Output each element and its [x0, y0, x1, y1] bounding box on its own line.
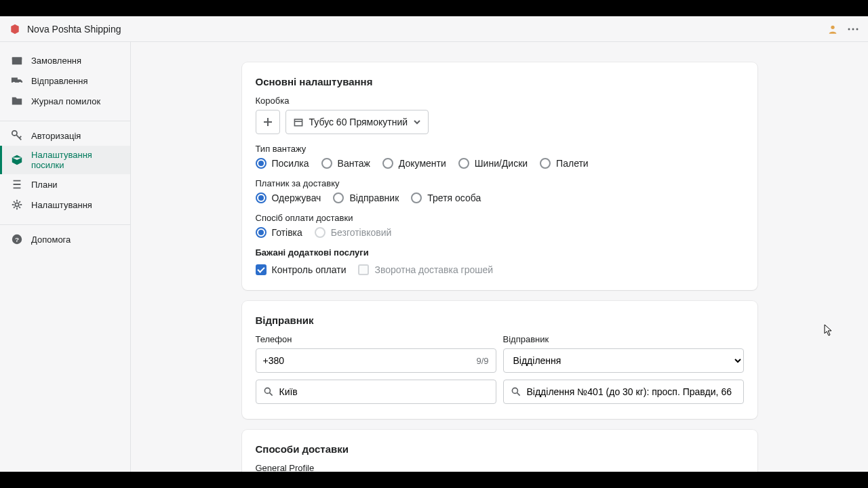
radio-recipient[interactable]: Одержувач — [256, 192, 321, 203]
sidebar-item-plans[interactable]: Плани — [0, 174, 130, 195]
folder-icon — [11, 95, 23, 107]
profile-name: General Profile — [256, 463, 744, 472]
sidebar-item-label: Налаштування — [31, 200, 92, 210]
box-value: Тубус 60 Прямокутний — [309, 117, 408, 127]
sidebar-item-label: Відправлення — [31, 76, 87, 86]
radio-label: Шини/Диски — [475, 158, 528, 169]
radio-tires[interactable]: Шини/Диски — [458, 158, 528, 169]
sidebar-item-shipments[interactable]: Відправлення — [0, 70, 130, 91]
phone-input[interactable] — [263, 355, 477, 366]
branch-input[interactable] — [527, 386, 736, 397]
app-header: Nova Poshta Shipping — [0, 16, 868, 42]
cargo-type-radios: Посилка Вантаж Документи Шини/Диски Пале… — [256, 158, 744, 169]
chevron-down-icon — [413, 118, 421, 126]
orders-icon — [11, 54, 23, 66]
payment-method-label: Спосіб оплати доставки — [256, 213, 744, 223]
basic-settings-card: Основні налаштування Коробка Тубус 60 Пр… — [242, 62, 757, 290]
sidebar-item-label: Допомога — [31, 235, 71, 245]
sidebar-item-help[interactable]: ? Допомога — [0, 229, 130, 249]
svg-point-8 — [12, 131, 17, 136]
delivery-methods-card: Способи доставки General Profile Доставк… — [242, 430, 757, 472]
extras-checkboxes: Контроль оплати Зворотна доставка грошей — [256, 264, 744, 275]
branch-search[interactable] — [503, 380, 744, 404]
svg-point-1 — [848, 28, 850, 30]
sidebar-item-label: Замовлення — [31, 56, 81, 66]
search-icon — [263, 386, 274, 397]
sidebar-divider — [0, 121, 130, 121]
sender-type-label: Відправник — [503, 334, 744, 344]
radio-cash[interactable]: Готівка — [256, 227, 302, 238]
package-icon — [293, 117, 304, 127]
svg-rect-5 — [12, 58, 22, 60]
svg-point-13 — [264, 388, 270, 393]
payer-label: Платник за доставку — [256, 178, 744, 188]
city-input[interactable] — [279, 386, 489, 397]
checkbox-label: Зворотна доставка грошей — [374, 264, 493, 275]
svg-point-2 — [852, 28, 854, 30]
card-title: Відправник — [256, 314, 744, 326]
help-icon: ? — [11, 233, 23, 245]
payer-radios: Одержувач Відправник Третя особа — [256, 192, 744, 203]
radio-label: Третя особа — [427, 192, 481, 203]
radio-label: Вантаж — [338, 158, 370, 169]
svg-text:?: ? — [15, 236, 19, 243]
os-top-bar — [0, 0, 868, 16]
radio-sender[interactable]: Відправник — [333, 192, 399, 203]
sidebar: Замовлення Відправлення Журнал помилок А… — [0, 42, 131, 472]
box-label: Коробка — [256, 96, 744, 106]
sidebar-item-error-log[interactable]: Журнал помилок — [0, 91, 130, 111]
sidebar-item-label: Налаштування посилки — [31, 150, 119, 170]
radio-documents[interactable]: Документи — [382, 158, 446, 169]
sidebar-item-label: Авторизація — [31, 131, 81, 141]
radio-cargo[interactable]: Вантаж — [321, 158, 370, 169]
sidebar-item-settings[interactable]: Налаштування — [0, 195, 130, 215]
radio-parcel[interactable]: Посилка — [256, 158, 309, 169]
user-icon[interactable] — [827, 24, 838, 35]
sidebar-item-parcel-settings[interactable]: Налаштування посилки — [0, 146, 130, 174]
svg-point-6 — [13, 82, 16, 85]
checkbox-payment-control[interactable]: Контроль оплати — [256, 264, 347, 275]
search-icon — [511, 386, 521, 397]
sidebar-item-auth[interactable]: Авторизація — [0, 125, 130, 146]
radio-label: Документи — [399, 158, 446, 169]
checkbox-cash-on-delivery: Зворотна доставка грошей — [358, 264, 493, 275]
radio-label: Посилка — [272, 158, 309, 169]
payment-method-radios: Готівка Безготівковий — [256, 227, 744, 238]
svg-point-3 — [856, 28, 859, 30]
sender-card: Відправник Телефон 9/9 Відправник Відділ… — [242, 301, 757, 419]
radio-third-party[interactable]: Третя особа — [411, 192, 481, 203]
key-icon — [11, 129, 23, 142]
phone-label: Телефон — [256, 334, 496, 344]
sidebar-item-orders[interactable]: Замовлення — [0, 50, 130, 70]
plus-icon — [263, 117, 273, 127]
svg-point-14 — [512, 388, 517, 393]
svg-point-0 — [831, 25, 834, 28]
phone-counter: 9/9 — [476, 356, 488, 366]
radio-label: Безготівковий — [331, 227, 391, 238]
radio-label: Відправник — [349, 192, 399, 203]
svg-point-7 — [19, 82, 22, 85]
box-select[interactable]: Тубус 60 Прямокутний — [285, 110, 429, 134]
list-icon — [11, 178, 23, 190]
gear-icon — [11, 199, 23, 211]
truck-icon — [11, 75, 23, 87]
sidebar-item-label: Журнал помилок — [31, 96, 100, 106]
sender-type-select[interactable]: Відділення — [503, 348, 744, 373]
radio-label: Одержувач — [272, 192, 321, 203]
checkbox-label: Контроль оплати — [272, 264, 347, 275]
app-logo-icon — [9, 24, 20, 35]
extras-label: Бажані додаткові послуги — [256, 247, 744, 258]
card-title: Способи доставки — [256, 443, 744, 455]
sidebar-divider — [0, 224, 130, 225]
radio-label: Готівка — [272, 227, 302, 238]
main-content: Основні налаштування Коробка Тубус 60 Пр… — [131, 42, 868, 472]
phone-input-wrap[interactable]: 9/9 — [256, 348, 496, 373]
radio-pallets[interactable]: Палети — [540, 158, 589, 169]
card-title: Основні налаштування — [256, 76, 744, 87]
app-title: Nova Poshta Shipping — [27, 24, 121, 35]
city-search[interactable] — [256, 380, 496, 404]
more-icon[interactable] — [848, 28, 859, 30]
radio-cashless: Безготівковий — [315, 227, 391, 238]
sidebar-item-label: Плани — [31, 180, 58, 190]
add-box-button[interactable] — [256, 110, 280, 134]
